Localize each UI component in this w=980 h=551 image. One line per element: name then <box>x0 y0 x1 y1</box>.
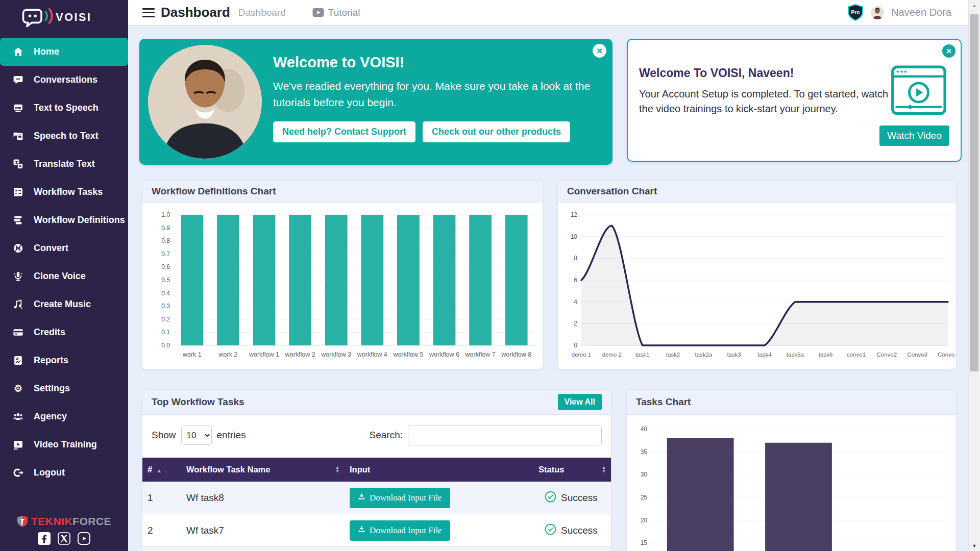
workflow-definitions-chart-title: Workflow Definitions Chart <box>142 181 543 203</box>
sort-icons: ▲▼ <box>602 466 606 473</box>
pro-badge[interactable]: Pro <box>847 4 864 21</box>
translate-icon: A <box>12 159 23 170</box>
sidebar-item-clone-voice[interactable]: Clone Voice <box>0 262 128 290</box>
sidebar-item-label: Reports <box>34 355 68 366</box>
watch-video-button[interactable]: Watch Video <box>879 126 949 146</box>
sidebar-item-create-music[interactable]: Create Music <box>0 290 128 318</box>
sidebar-item-home[interactable]: Home <box>0 38 128 66</box>
voisi-logo[interactable]: VOISI <box>0 0 128 37</box>
svg-text:Convo3: Convo3 <box>907 352 927 358</box>
sidebar-item-reports[interactable]: Reports <box>0 346 128 374</box>
user-avatar[interactable] <box>871 6 884 19</box>
user-name[interactable]: Naveen Dora <box>891 7 951 18</box>
scrollbar-down-icon[interactable]: ▼ <box>969 543 980 548</box>
svg-text:0.6: 0.6 <box>161 263 170 270</box>
logout-icon <box>12 467 23 479</box>
success-check-icon <box>545 491 556 505</box>
table-body: 1Wf task8Download Input FileSuccess2Wf t… <box>142 482 611 551</box>
svg-text:task2a: task2a <box>695 352 712 358</box>
scrollbar-up-icon[interactable]: ▲ <box>969 3 980 8</box>
row-number: 3 <box>142 547 181 551</box>
svg-text:30: 30 <box>641 471 648 478</box>
sidebar-item-label: Settings <box>34 383 70 394</box>
sidebar-item-workflow-definitions[interactable]: Workflow Definitions <box>0 206 128 234</box>
workflow-task-name: Wf task7 <box>181 514 345 547</box>
download-input-file-button[interactable]: Download Input File <box>350 520 450 541</box>
sidebar-item-conversations[interactable]: Conversations <box>0 66 128 94</box>
svg-text:workflow 2: workflow 2 <box>285 351 315 358</box>
download-input-file-button[interactable]: Download Input File <box>350 488 450 508</box>
hamburger-menu-icon[interactable] <box>142 8 155 17</box>
banner-close-icon[interactable]: ✕ <box>593 44 606 58</box>
page-scrollbar[interactable]: ▲ ▼ <box>968 0 980 551</box>
tutorial-link[interactable]: Tutorial <box>312 7 360 18</box>
status-text: Success <box>561 525 598 536</box>
conversation-chart-card: Conversation Chart 024681012demo 1demo 2… <box>558 181 956 369</box>
agency-icon <box>12 411 23 422</box>
sidebar-item-speech-to-text[interactable]: Speech to Text <box>0 122 128 150</box>
welcome-card-text: Your Account Setup is completed. To get … <box>639 87 889 116</box>
table-header-row: #▲ Workflow Task Name▲▼ Input Status▲▼ <box>142 458 611 482</box>
header-right: Pro Naveen Dora <box>847 4 969 21</box>
banner-user-photo <box>148 45 262 159</box>
svg-text:Convo2: Convo2 <box>877 352 897 358</box>
svg-text:VOISI: VOISI <box>56 11 91 23</box>
svg-text:0.0: 0.0 <box>161 342 170 349</box>
column-header-status[interactable]: Status▲▼ <box>533 458 611 482</box>
sort-icons: ▲▼ <box>335 466 339 473</box>
search-input[interactable] <box>408 425 602 445</box>
sidebar-item-logout[interactable]: Logout <box>0 459 128 487</box>
table-row: 3Download Input File <box>142 547 611 551</box>
sidebar-item-translate-text[interactable]: ATranslate Text <box>0 150 128 178</box>
svg-text:workflow 1: workflow 1 <box>249 351 279 358</box>
sidebar-item-settings[interactable]: ⚙Settings <box>0 374 128 403</box>
conversations-icon <box>12 74 23 86</box>
column-header-name[interactable]: Workflow Task Name▲▼ <box>181 458 345 482</box>
sidebar-item-label: Video Training <box>34 439 97 450</box>
svg-text:task1: task1 <box>635 352 650 358</box>
column-header-input[interactable]: Input <box>345 458 533 482</box>
voisi-logo-icon: VOISI <box>19 7 110 30</box>
scrollbar-thumb[interactable] <box>970 14 978 371</box>
svg-text:0.2: 0.2 <box>161 316 170 323</box>
page-size-select[interactable]: 10 <box>181 425 212 445</box>
x-icon[interactable] <box>58 532 70 547</box>
sidebar-item-video-training[interactable]: Video Training <box>0 431 128 459</box>
svg-text:demo 1: demo 1 <box>572 352 591 358</box>
sidebar-item-text-to-speech[interactable]: Text to Speech <box>0 94 128 122</box>
success-check-icon <box>545 523 556 538</box>
sidebar-item-credits[interactable]: Credits <box>0 318 128 346</box>
app-root: VOISI HomeConversationsText to SpeechSpe… <box>0 0 980 551</box>
conversation-chart: 024681012demo 1demo 2task1task2task2atas… <box>558 203 955 369</box>
welcome-card-close-icon[interactable]: ✕ <box>942 44 955 58</box>
view-all-button[interactable]: View All <box>558 394 602 410</box>
reports-icon <box>12 355 23 366</box>
row-number: 2 <box>142 514 181 547</box>
sidebar-item-label: Convert <box>34 243 68 254</box>
breadcrumb[interactable]: Dashboard <box>238 7 286 18</box>
sidebar-item-agency[interactable]: Agency <box>0 403 128 431</box>
sidebar-item-workflow-tasks[interactable]: Workflow Tasks <box>0 178 128 206</box>
svg-text:workflow 3: workflow 3 <box>321 351 351 358</box>
sidebar-item-convert[interactable]: Convert <box>0 234 128 262</box>
workflow-tasks-icon <box>12 187 23 198</box>
teknikforce-shield-icon <box>17 515 28 528</box>
download-icon <box>358 525 365 536</box>
svg-text:40: 40 <box>641 425 648 433</box>
clone-voice-icon <box>12 271 23 282</box>
other-products-button[interactable]: Check out our other products <box>423 121 570 142</box>
contact-support-button[interactable]: Need help? Contact Support <box>273 121 415 142</box>
table-controls: Show 10 entries Search: <box>142 415 611 458</box>
workflow-definitions-icon <box>12 215 23 226</box>
facebook-icon[interactable] <box>38 532 51 547</box>
teknikforce-logo[interactable]: TEKNIKFORCE <box>0 515 128 528</box>
svg-text:demo 2: demo 2 <box>602 352 622 358</box>
column-header-num[interactable]: #▲ <box>142 458 181 482</box>
svg-text:0.8: 0.8 <box>161 237 170 244</box>
sort-asc-icon: ▲ <box>156 467 162 473</box>
banner-body: Welcome to VOISI! We've readied everythi… <box>273 54 595 142</box>
svg-text:0.4: 0.4 <box>161 290 170 297</box>
main-content: ✕ Welcome to VOISI! We've readied everyt… <box>128 25 969 551</box>
youtube-icon[interactable] <box>78 532 90 547</box>
svg-text:20: 20 <box>641 517 648 524</box>
